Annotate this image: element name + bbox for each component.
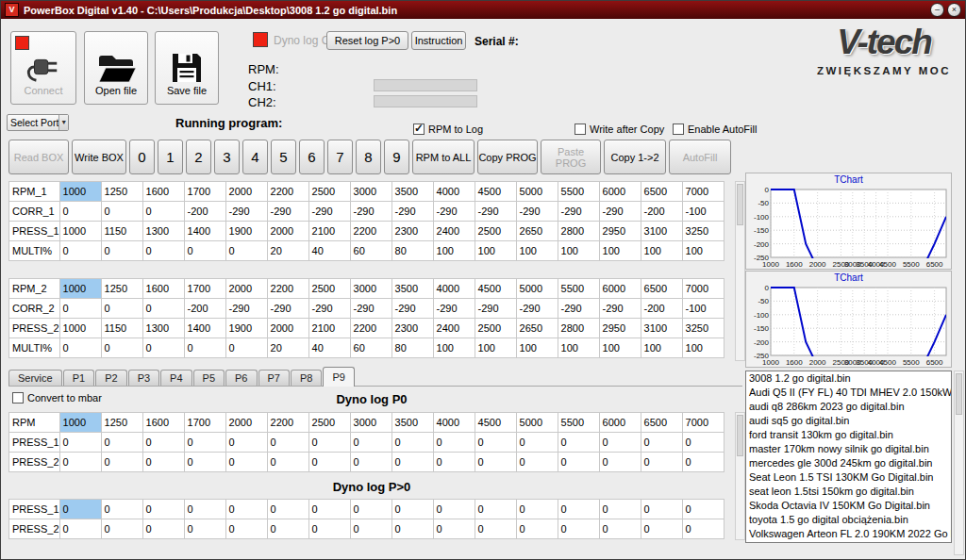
- table-cell[interactable]: 0: [59, 453, 101, 472]
- table-cell[interactable]: 0: [308, 453, 350, 472]
- table-cell[interactable]: 20: [267, 241, 308, 261]
- table-cell[interactable]: -290: [599, 202, 641, 222]
- table-cell[interactable]: 0: [433, 500, 475, 519]
- table-cell[interactable]: 0: [184, 500, 225, 519]
- table-cell[interactable]: 1600: [142, 413, 184, 433]
- enable-autofill-checkbox[interactable]: Enable AutoFill: [673, 124, 757, 135]
- table-cell[interactable]: 100: [641, 241, 682, 261]
- table-cell[interactable]: 2200: [267, 279, 308, 299]
- table-cell[interactable]: 2500: [308, 413, 350, 433]
- program-digit-5[interactable]: 5: [271, 140, 296, 174]
- tab-p4[interactable]: P4: [160, 370, 192, 386]
- autofill-button[interactable]: AutoFill: [669, 140, 731, 174]
- table-cell[interactable]: 0: [142, 241, 184, 261]
- table-cell[interactable]: 0: [101, 500, 142, 519]
- table-cell[interactable]: 0: [184, 241, 225, 261]
- table-cell[interactable]: 100: [558, 338, 599, 358]
- table-cell[interactable]: 0: [599, 453, 641, 472]
- table-cell[interactable]: 0: [682, 500, 724, 519]
- table-cell[interactable]: 0: [599, 519, 641, 539]
- file-item[interactable]: mercedes gle 300d 245km go digital.bin: [746, 456, 951, 470]
- table-cell[interactable]: 0: [225, 338, 267, 358]
- table-cell[interactable]: 6000: [599, 279, 641, 299]
- file-item[interactable]: Audi Q5 II (FY FL) 40 TDI MHEV 2.0 150kW…: [746, 386, 951, 400]
- table-cell[interactable]: 3000: [350, 279, 391, 299]
- table-cell[interactable]: 6000: [599, 182, 641, 202]
- read-box-button[interactable]: Read BOX: [8, 140, 69, 174]
- table-cell[interactable]: 0: [101, 299, 142, 319]
- program-digit-6[interactable]: 6: [299, 140, 325, 174]
- table-cell[interactable]: 0: [184, 453, 225, 472]
- table-cell[interactable]: -290: [475, 202, 516, 222]
- table-cell[interactable]: 3100: [641, 222, 682, 241]
- table-cell[interactable]: 0: [101, 241, 142, 261]
- table-cell[interactable]: 1900: [225, 222, 267, 241]
- table-cell[interactable]: 0: [267, 500, 308, 519]
- table-cell[interactable]: -290: [308, 299, 350, 319]
- table-cell[interactable]: 3500: [391, 279, 433, 299]
- table-cell[interactable]: 0: [599, 500, 641, 519]
- table-cell[interactable]: 2100: [308, 319, 350, 338]
- table-cell[interactable]: 2000: [267, 319, 308, 338]
- table-cell[interactable]: 80: [391, 241, 433, 261]
- table-cell[interactable]: 0: [682, 519, 724, 539]
- table-cell[interactable]: 1000: [59, 279, 101, 299]
- program-digit-3[interactable]: 3: [214, 140, 240, 174]
- open-file-button[interactable]: Open file: [84, 31, 148, 105]
- table-cell[interactable]: 3000: [350, 413, 391, 433]
- table-cell[interactable]: -200: [184, 299, 225, 319]
- table-cell[interactable]: -290: [433, 299, 475, 319]
- table-cell[interactable]: 1300: [142, 319, 184, 338]
- table-cell[interactable]: 0: [641, 453, 682, 472]
- table-cell[interactable]: 0: [558, 433, 599, 453]
- file-item[interactable]: audi sq5 go digital.bin: [746, 414, 951, 428]
- dyno-scrollbar[interactable]: [735, 412, 745, 540]
- file-item[interactable]: ford transit 130km go digital.bin: [746, 428, 951, 442]
- table-cell[interactable]: 6500: [641, 413, 682, 433]
- table-cell[interactable]: 0: [142, 338, 184, 358]
- table-cell[interactable]: 1400: [184, 319, 225, 338]
- table-cell[interactable]: 0: [641, 433, 682, 453]
- table-cell[interactable]: 7000: [682, 413, 724, 433]
- table-cell[interactable]: 0: [475, 433, 516, 453]
- table-cell[interactable]: 2300: [391, 222, 433, 241]
- table-cell[interactable]: 2000: [267, 222, 308, 241]
- tab-p6[interactable]: P6: [225, 370, 257, 386]
- table-cell[interactable]: 0: [308, 433, 350, 453]
- table-cell[interactable]: 100: [516, 338, 558, 358]
- table-cell[interactable]: 1150: [101, 222, 142, 241]
- table-cell[interactable]: 2000: [225, 413, 267, 433]
- table-cell[interactable]: 0: [558, 519, 599, 539]
- rpm-to-all-button[interactable]: RPM to ALL: [412, 140, 475, 174]
- table-cell[interactable]: 3250: [682, 319, 724, 338]
- table-cell[interactable]: 0: [59, 241, 101, 261]
- table-cell[interactable]: 2800: [558, 222, 599, 241]
- table-cell[interactable]: 1250: [101, 279, 142, 299]
- table-cell[interactable]: 0: [558, 453, 599, 472]
- table-cell[interactable]: -290: [350, 202, 391, 222]
- table-cell[interactable]: -290: [391, 299, 433, 319]
- table-cell[interactable]: 0: [641, 500, 682, 519]
- copy-1-to-2-button[interactable]: Copy 1->2: [604, 140, 666, 174]
- table-cell[interactable]: 0: [59, 500, 101, 519]
- table-cell[interactable]: 1000: [59, 222, 101, 241]
- table-cell[interactable]: 0: [350, 453, 391, 472]
- table-cell[interactable]: 0: [516, 500, 558, 519]
- table-cell[interactable]: 3000: [350, 182, 391, 202]
- table-cell[interactable]: 80: [391, 338, 433, 358]
- table-cell[interactable]: 4500: [475, 182, 516, 202]
- table-cell[interactable]: 2500: [475, 319, 516, 338]
- table-cell[interactable]: 100: [641, 338, 682, 358]
- table-cell[interactable]: 100: [433, 241, 475, 261]
- tables-scrollbar[interactable]: [735, 181, 745, 361]
- table-cell[interactable]: 0: [59, 338, 101, 358]
- table-cell[interactable]: 5500: [558, 279, 599, 299]
- table-cell[interactable]: 5000: [516, 279, 558, 299]
- table-cell[interactable]: 0: [433, 433, 475, 453]
- table-cell[interactable]: 100: [475, 338, 516, 358]
- table-cell[interactable]: 2200: [350, 222, 391, 241]
- table-cell[interactable]: 4000: [433, 413, 475, 433]
- table-cell[interactable]: 3100: [641, 319, 682, 338]
- tab-p3[interactable]: P3: [128, 370, 159, 386]
- table-cell[interactable]: 0: [433, 453, 475, 472]
